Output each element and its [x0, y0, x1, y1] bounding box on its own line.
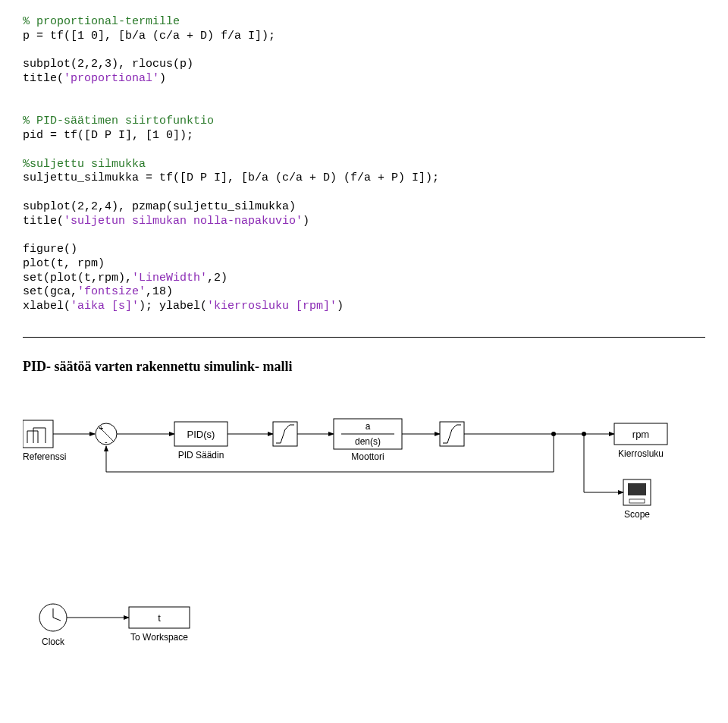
svg-rect-22 — [629, 499, 645, 503]
string-literal: 'LineWidth' — [132, 272, 207, 284]
string-literal: 'suljetun silmukan nolla-napakuvio' — [64, 215, 303, 228]
clock-label: Clock — [42, 637, 65, 647]
svg-text:a: a — [366, 421, 371, 432]
code-line: subplot(2,2,3), rlocus(p) — [23, 58, 193, 71]
pid-block: PID(s) PID Säädin — [174, 422, 228, 461]
svg-rect-9 — [273, 422, 297, 446]
code-line: suljettu_silmukka = tf([D P I], [b/a (c/… — [23, 171, 439, 184]
clock-block: Clock — [39, 604, 67, 647]
code-line: set(gca, — [23, 285, 77, 298]
simulink-diagram: Referenssi + - PID(s) PID Säädin a den(s… — [23, 413, 705, 671]
svg-text:+: + — [99, 423, 103, 432]
string-literal: 'aika [s]' — [71, 300, 139, 313]
code-line: xlabel( — [23, 300, 71, 313]
svg-text:-: - — [105, 437, 108, 446]
code-line: set(plot(t,rpm), — [23, 272, 132, 284]
motor-label: Moottori — [351, 451, 384, 462]
scope-block: Scope — [623, 479, 651, 520]
string-literal: 'kierrosluku [rpm]' — [207, 300, 337, 313]
code-line: title( — [23, 215, 64, 228]
svg-text:rpm: rpm — [632, 429, 649, 440]
pid-label: PID Säädin — [178, 450, 224, 461]
string-literal: 'proportional' — [64, 72, 159, 85]
svg-text:den(s): den(s) — [355, 436, 381, 447]
code-line: subplot(2,2,4), pzmap(suljettu_silmukka) — [23, 200, 296, 213]
svg-text:t: t — [158, 612, 161, 624]
matlab-code: % proportional-termille p = tf([1 0], [b… — [23, 15, 705, 314]
code-line: ,2) — [207, 272, 228, 284]
to-workspace-block: t To Workspace — [129, 607, 190, 643]
rpm-sink-block: rpm Kierrosluku — [614, 423, 667, 459]
code-line: pid = tf([D P I], [1 0]); — [23, 129, 193, 142]
code-line: ) — [159, 72, 166, 85]
code-line: ,18) — [146, 285, 173, 298]
scope-label: Scope — [624, 509, 650, 520]
code-line: p = tf([1 0], [b/a (c/a + D) f/a I]); — [23, 30, 275, 42]
saturation-block-1 — [273, 422, 297, 446]
code-line: ) — [337, 300, 344, 313]
svg-rect-21 — [628, 483, 646, 495]
code-line: title( — [23, 72, 64, 85]
motor-block: a den(s) Moottori — [334, 419, 402, 462]
saturation-block-2 — [440, 422, 464, 446]
step-source-block: Referenssi — [23, 420, 66, 462]
code-line: ); ylabel( — [139, 300, 207, 313]
comment-line: % proportional-termille — [23, 15, 180, 28]
svg-rect-16 — [440, 422, 464, 446]
rpm-label: Kierrosluku — [618, 448, 664, 459]
comment-line: %suljettu silmukka — [23, 158, 146, 171]
to-workspace-label: To Workspace — [130, 632, 188, 643]
section-divider — [23, 337, 705, 338]
sum-block: + - — [96, 423, 117, 446]
string-literal: 'fontsize' — [77, 285, 146, 298]
comment-line: % PID-säätimen siirtofunktio — [23, 115, 214, 127]
code-line: plot(t, rpm) — [23, 257, 105, 270]
code-line: ) — [303, 215, 309, 228]
code-line: figure() — [23, 243, 77, 256]
section-heading: PID- säätöä varten rakennettu simulink- … — [23, 359, 705, 375]
step-label: Referenssi — [23, 451, 66, 462]
svg-text:PID(s): PID(s) — [187, 429, 215, 440]
